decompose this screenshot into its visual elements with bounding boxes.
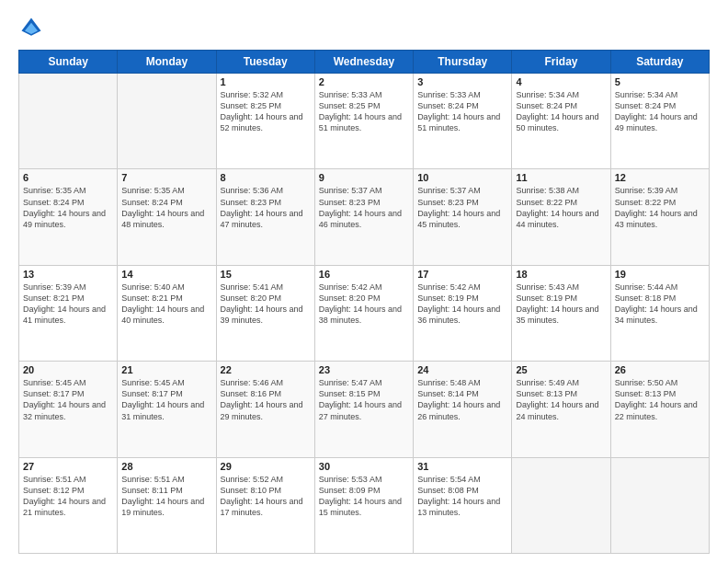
day-of-week-header: Monday — [118, 51, 216, 74]
calendar-cell: 11Sunrise: 5:38 AMSunset: 8:22 PMDayligh… — [512, 169, 610, 265]
day-number: 24 — [417, 364, 507, 375]
day-number: 7 — [121, 172, 211, 183]
cell-content: Sunrise: 5:33 AMSunset: 8:24 PMDaylight:… — [417, 89, 507, 134]
cell-content: Sunrise: 5:37 AMSunset: 8:23 PMDaylight:… — [319, 185, 409, 230]
cell-content: Sunrise: 5:36 AMSunset: 8:23 PMDaylight:… — [221, 185, 311, 230]
day-number: 3 — [417, 76, 507, 87]
cell-content: Sunrise: 5:41 AMSunset: 8:20 PMDaylight:… — [221, 282, 311, 327]
calendar-cell: 8Sunrise: 5:36 AMSunset: 8:23 PMDaylight… — [216, 169, 314, 265]
calendar-week-row: 6Sunrise: 5:35 AMSunset: 8:24 PMDaylight… — [19, 169, 710, 265]
cell-content: Sunrise: 5:50 AMSunset: 8:13 PMDaylight:… — [615, 377, 705, 422]
day-of-week-header: Saturday — [610, 51, 709, 74]
calendar-week-row: 13Sunrise: 5:39 AMSunset: 8:21 PMDayligh… — [19, 265, 710, 361]
calendar-cell — [512, 457, 610, 553]
day-of-week-header: Sunday — [19, 51, 118, 74]
day-number: 12 — [615, 172, 705, 183]
calendar-table: SundayMondayTuesdayWednesdayThursdayFrid… — [18, 50, 710, 554]
day-number: 1 — [221, 76, 311, 87]
cell-content: Sunrise: 5:47 AMSunset: 8:15 PMDaylight:… — [319, 377, 409, 422]
day-number: 27 — [23, 461, 113, 472]
day-number: 31 — [417, 461, 507, 472]
cell-content: Sunrise: 5:48 AMSunset: 8:14 PMDaylight:… — [417, 377, 507, 422]
calendar-cell: 14Sunrise: 5:40 AMSunset: 8:21 PMDayligh… — [118, 265, 216, 361]
cell-content: Sunrise: 5:44 AMSunset: 8:18 PMDaylight:… — [615, 282, 705, 327]
calendar-cell: 10Sunrise: 5:37 AMSunset: 8:23 PMDayligh… — [414, 169, 512, 265]
cell-content: Sunrise: 5:42 AMSunset: 8:20 PMDaylight:… — [319, 282, 409, 327]
cell-content: Sunrise: 5:35 AMSunset: 8:24 PMDaylight:… — [23, 185, 113, 230]
cell-content: Sunrise: 5:34 AMSunset: 8:24 PMDaylight:… — [615, 89, 705, 134]
cell-content: Sunrise: 5:39 AMSunset: 8:22 PMDaylight:… — [615, 185, 705, 230]
day-number: 11 — [516, 172, 606, 183]
calendar-week-row: 27Sunrise: 5:51 AMSunset: 8:12 PMDayligh… — [19, 457, 710, 553]
calendar-cell — [610, 457, 709, 553]
cell-content: Sunrise: 5:42 AMSunset: 8:19 PMDaylight:… — [417, 282, 507, 327]
cell-content: Sunrise: 5:49 AMSunset: 8:13 PMDaylight:… — [516, 377, 606, 422]
calendar-cell: 6Sunrise: 5:35 AMSunset: 8:24 PMDaylight… — [19, 169, 118, 265]
calendar-cell: 3Sunrise: 5:33 AMSunset: 8:24 PMDaylight… — [414, 74, 512, 169]
calendar-cell: 20Sunrise: 5:45 AMSunset: 8:17 PMDayligh… — [19, 362, 118, 457]
calendar-cell: 17Sunrise: 5:42 AMSunset: 8:19 PMDayligh… — [414, 265, 512, 361]
cell-content: Sunrise: 5:37 AMSunset: 8:23 PMDaylight:… — [417, 185, 507, 230]
day-number: 20 — [23, 364, 113, 375]
day-number: 15 — [221, 269, 311, 280]
cell-content: Sunrise: 5:45 AMSunset: 8:17 PMDaylight:… — [121, 377, 211, 422]
day-number: 4 — [516, 76, 606, 87]
calendar-cell: 2Sunrise: 5:33 AMSunset: 8:25 PMDaylight… — [314, 74, 413, 169]
day-number: 13 — [23, 269, 113, 280]
cell-content: Sunrise: 5:54 AMSunset: 8:08 PMDaylight:… — [417, 474, 507, 519]
cell-content: Sunrise: 5:45 AMSunset: 8:17 PMDaylight:… — [23, 377, 113, 422]
day-number: 30 — [319, 461, 409, 472]
day-number: 14 — [121, 269, 211, 280]
day-number: 26 — [615, 364, 705, 375]
calendar-week-row: 1Sunrise: 5:32 AMSunset: 8:25 PMDaylight… — [19, 74, 710, 169]
cell-content: Sunrise: 5:33 AMSunset: 8:25 PMDaylight:… — [319, 89, 409, 134]
day-number: 19 — [615, 269, 705, 280]
page: SundayMondayTuesdayWednesdayThursdayFrid… — [0, 0, 728, 563]
calendar-cell: 1Sunrise: 5:32 AMSunset: 8:25 PMDaylight… — [216, 74, 314, 169]
calendar-cell: 21Sunrise: 5:45 AMSunset: 8:17 PMDayligh… — [118, 362, 216, 457]
cell-content: Sunrise: 5:51 AMSunset: 8:12 PMDaylight:… — [23, 474, 113, 519]
cell-content: Sunrise: 5:52 AMSunset: 8:10 PMDaylight:… — [221, 474, 311, 519]
day-number: 23 — [319, 364, 409, 375]
day-number: 18 — [516, 269, 606, 280]
cell-content: Sunrise: 5:40 AMSunset: 8:21 PMDaylight:… — [121, 282, 211, 327]
calendar-cell: 13Sunrise: 5:39 AMSunset: 8:21 PMDayligh… — [19, 265, 118, 361]
calendar-cell — [118, 74, 216, 169]
day-number: 2 — [319, 76, 409, 87]
calendar-cell: 26Sunrise: 5:50 AMSunset: 8:13 PMDayligh… — [610, 362, 709, 457]
calendar-cell: 16Sunrise: 5:42 AMSunset: 8:20 PMDayligh… — [314, 265, 413, 361]
day-number: 5 — [615, 76, 705, 87]
logo-icon — [18, 15, 44, 40]
calendar-cell: 23Sunrise: 5:47 AMSunset: 8:15 PMDayligh… — [314, 362, 413, 457]
calendar-cell: 5Sunrise: 5:34 AMSunset: 8:24 PMDaylight… — [610, 74, 709, 169]
cell-content: Sunrise: 5:51 AMSunset: 8:11 PMDaylight:… — [121, 474, 211, 519]
day-number: 28 — [121, 461, 211, 472]
calendar-cell: 15Sunrise: 5:41 AMSunset: 8:20 PMDayligh… — [216, 265, 314, 361]
day-number: 29 — [221, 461, 311, 472]
day-number: 22 — [221, 364, 311, 375]
cell-content: Sunrise: 5:53 AMSunset: 8:09 PMDaylight:… — [319, 474, 409, 519]
logo — [18, 15, 48, 40]
calendar-cell: 4Sunrise: 5:34 AMSunset: 8:24 PMDaylight… — [512, 74, 610, 169]
day-number: 8 — [221, 172, 311, 183]
day-number: 10 — [417, 172, 507, 183]
calendar-cell: 18Sunrise: 5:43 AMSunset: 8:19 PMDayligh… — [512, 265, 610, 361]
day-of-week-header: Friday — [512, 51, 610, 74]
cell-content: Sunrise: 5:46 AMSunset: 8:16 PMDaylight:… — [221, 377, 311, 422]
calendar-cell: 31Sunrise: 5:54 AMSunset: 8:08 PMDayligh… — [414, 457, 512, 553]
calendar-header-row: SundayMondayTuesdayWednesdayThursdayFrid… — [19, 51, 710, 74]
header — [18, 15, 710, 40]
calendar-cell: 29Sunrise: 5:52 AMSunset: 8:10 PMDayligh… — [216, 457, 314, 553]
cell-content: Sunrise: 5:32 AMSunset: 8:25 PMDaylight:… — [221, 89, 311, 134]
day-number: 17 — [417, 269, 507, 280]
cell-content: Sunrise: 5:35 AMSunset: 8:24 PMDaylight:… — [121, 185, 211, 230]
calendar-cell: 9Sunrise: 5:37 AMSunset: 8:23 PMDaylight… — [314, 169, 413, 265]
calendar-cell: 7Sunrise: 5:35 AMSunset: 8:24 PMDaylight… — [118, 169, 216, 265]
calendar-cell: 27Sunrise: 5:51 AMSunset: 8:12 PMDayligh… — [19, 457, 118, 553]
calendar-cell — [19, 74, 118, 169]
day-number: 25 — [516, 364, 606, 375]
day-number: 16 — [319, 269, 409, 280]
day-of-week-header: Thursday — [414, 51, 512, 74]
cell-content: Sunrise: 5:38 AMSunset: 8:22 PMDaylight:… — [516, 185, 606, 230]
day-of-week-header: Wednesday — [314, 51, 413, 74]
